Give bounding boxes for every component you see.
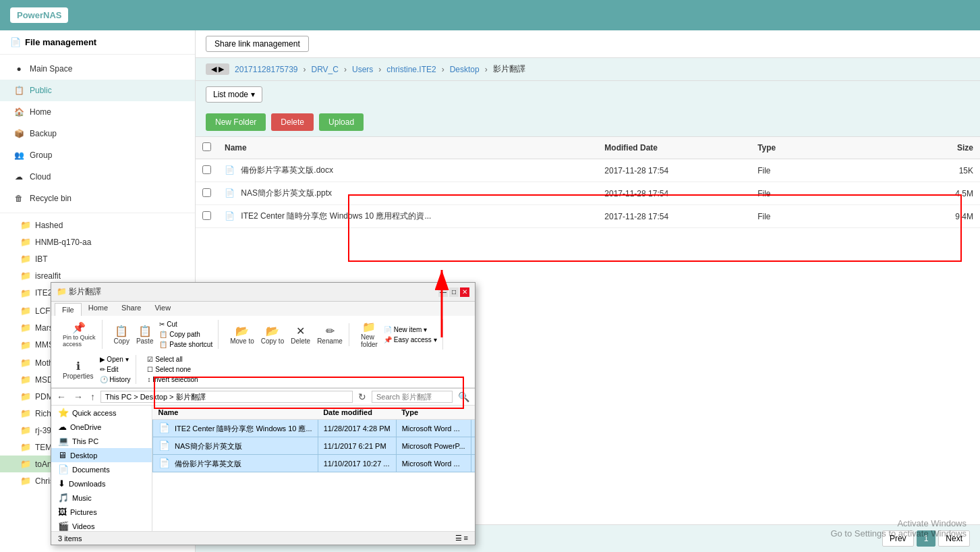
ribbon-tab-home[interactable]: Home bbox=[82, 302, 115, 316]
table-row[interactable]: 📄 ITE2 Center 隨時分享您 Windows 10 應用程式的資...… bbox=[196, 205, 980, 228]
downloads-icon: ⬇ bbox=[58, 478, 65, 489]
pin-to-quick-access-button[interactable]: 📌 Pin to Quickaccess bbox=[61, 320, 98, 349]
copy-to-button[interactable]: 📂 Copy to bbox=[259, 323, 286, 346]
up-button[interactable]: ↑ bbox=[88, 391, 97, 402]
new-folder-ribbon-button[interactable]: 📁 Newfolder bbox=[359, 319, 380, 350]
exp-file-name: 📄 NAS簡介影片英文版 bbox=[153, 437, 318, 455]
back-button[interactable]: ← bbox=[55, 391, 68, 402]
breadcrumb-sep-4: › bbox=[442, 65, 444, 74]
folder-hnmb[interactable]: 📁 HNMB-q170-aa bbox=[0, 233, 195, 250]
file-icon: 📄 bbox=[225, 165, 235, 175]
detail-view-icon[interactable]: ≡ bbox=[464, 534, 468, 542]
exp-file-date: 11/1/2017 6:21 PM bbox=[318, 437, 396, 455]
select-all-checkbox[interactable] bbox=[202, 142, 211, 151]
type-header[interactable]: Type bbox=[751, 137, 865, 159]
delete-button[interactable]: Delete bbox=[271, 113, 314, 131]
breadcrumb-christine[interactable]: christine.ITE2 bbox=[386, 65, 436, 74]
sidebar-item-label: Home bbox=[30, 107, 51, 117]
cut-button[interactable]: ✂ Cut bbox=[158, 320, 214, 329]
select-none-btn[interactable]: ☐ Select none bbox=[146, 365, 199, 374]
address-input[interactable] bbox=[100, 391, 353, 403]
exp-table-row[interactable]: 📄 備份影片字幕英文版 11/10/2017 10:27 ... Microso… bbox=[153, 455, 475, 472]
sidebar-item-recycle[interactable]: 🗑 Recycle bin bbox=[0, 188, 195, 209]
nav-desktop[interactable]: 🖥 Desktop bbox=[51, 448, 152, 462]
pin-label: Pin to Quickaccess bbox=[63, 334, 96, 348]
exp-type-header[interactable]: Type bbox=[396, 406, 471, 420]
sidebar-item-home[interactable]: 🏠 Home bbox=[0, 101, 195, 123]
open-button[interactable]: ▶ Open ▾ bbox=[98, 355, 132, 364]
content-header: Share link management bbox=[196, 30, 980, 58]
nav-music[interactable]: 🎵 Music bbox=[51, 491, 152, 505]
exp-table-row[interactable]: 📄 ITE2 Center 隨時分享您 Windows 10 應... 11/2… bbox=[153, 420, 475, 437]
folder-hashed[interactable]: 📁 Hashed bbox=[0, 217, 195, 233]
breadcrumb-sep-5: › bbox=[485, 65, 488, 74]
sidebar-item-public[interactable]: 📋 Public bbox=[0, 80, 195, 101]
maximize-button[interactable]: □ bbox=[449, 287, 459, 297]
move-to-button[interactable]: 📂 Move to bbox=[228, 323, 256, 346]
search-button[interactable]: 🔍 bbox=[456, 391, 471, 402]
explorer-ribbon: File Home Share View 📌 Pin to Quickacces… bbox=[51, 302, 475, 389]
music-icon: 🎵 bbox=[58, 493, 69, 503]
ribbon-group-organize: 📂 Move to 📂 Copy to ✕ Delete ✏ Rename bbox=[224, 323, 349, 346]
table-row[interactable]: 📄 備份影片字幕英文版.docx 2017-11-28 17:54 File 1… bbox=[196, 159, 980, 182]
new-folder-button[interactable]: New Folder bbox=[206, 113, 266, 131]
easy-access-button[interactable]: 📌 Easy access ▾ bbox=[382, 335, 438, 344]
breadcrumb-users[interactable]: Users bbox=[352, 65, 373, 74]
name-header[interactable]: Name bbox=[218, 137, 598, 159]
status-view-icons: ☰ ≡ bbox=[455, 534, 468, 543]
nav-pictures[interactable]: 🖼 Pictures bbox=[51, 505, 152, 519]
date-header[interactable]: Modified Date bbox=[598, 137, 751, 159]
breadcrumb-nav-button[interactable]: ◀ ▶ bbox=[206, 63, 229, 75]
nav-documents[interactable]: 📄 Documents bbox=[51, 462, 152, 476]
close-button[interactable]: ✕ bbox=[460, 287, 469, 297]
breadcrumb-id[interactable]: 20171128175739 bbox=[235, 65, 297, 74]
search-input[interactable] bbox=[372, 391, 453, 403]
exp-date-header[interactable]: Date modified bbox=[318, 406, 396, 420]
sidebar-item-main-space[interactable]: ● Main Space bbox=[0, 58, 195, 80]
row-checkbox[interactable] bbox=[202, 188, 211, 197]
nav-this-pc[interactable]: 💻 This PC bbox=[51, 434, 152, 448]
new-item-button[interactable]: 📄 New item ▾ bbox=[382, 325, 438, 334]
forward-button[interactable]: → bbox=[71, 391, 85, 402]
copy-button[interactable]: 📋 Copy bbox=[112, 323, 132, 346]
share-link-button[interactable]: Share link management bbox=[206, 36, 309, 52]
sidebar-item-backup[interactable]: 📦 Backup bbox=[0, 123, 195, 144]
folder-ibt[interactable]: 📁 IBT bbox=[0, 250, 195, 267]
list-view-icon[interactable]: ☰ bbox=[455, 534, 462, 542]
paste-shortcut-button[interactable]: 📋 Paste shortcut bbox=[158, 340, 214, 349]
exp-name-header[interactable]: Name bbox=[153, 406, 318, 420]
breadcrumb-drvc[interactable]: DRV_C bbox=[312, 65, 339, 74]
refresh-button[interactable]: ↻ bbox=[356, 391, 368, 402]
sidebar-item-cloud[interactable]: ☁ Cloud bbox=[0, 166, 195, 188]
minimize-button[interactable]: — bbox=[438, 287, 448, 297]
history-button[interactable]: 🕐 History bbox=[98, 375, 132, 384]
row-checkbox[interactable] bbox=[202, 165, 211, 174]
nav-quick-access[interactable]: ⭐ Quick access bbox=[51, 406, 152, 420]
rename-button[interactable]: ✏ Rename bbox=[315, 323, 345, 346]
sidebar-item-label: Cloud bbox=[30, 172, 51, 182]
view-mode-button[interactable]: List mode ▾ bbox=[206, 86, 262, 103]
select-all-btn[interactable]: ☑ Select all bbox=[146, 355, 199, 364]
size-header[interactable]: Size bbox=[865, 137, 980, 159]
nav-onedrive[interactable]: ☁ OneDrive bbox=[51, 420, 152, 434]
row-checkbox[interactable] bbox=[202, 211, 211, 220]
rename-icon: ✏ bbox=[326, 325, 335, 337]
delete-organize-button[interactable]: ✕ Delete bbox=[289, 323, 312, 346]
ribbon-tab-file[interactable]: File bbox=[55, 303, 82, 316]
sidebar-item-group[interactable]: 👥 Group bbox=[0, 144, 195, 166]
copy-path-button[interactable]: 📋 Copy path bbox=[158, 330, 214, 339]
table-row[interactable]: 📄 NAS簡介影片英文版.pptx 2017-11-28 17:54 File … bbox=[196, 182, 980, 205]
nav-videos[interactable]: 🎬 Videos bbox=[51, 519, 152, 531]
upload-button[interactable]: Upload bbox=[319, 113, 364, 131]
properties-button[interactable]: ℹ Properties bbox=[61, 358, 96, 381]
invert-selection-btn[interactable]: ↕ Invert selection bbox=[146, 375, 199, 384]
ribbon-tab-share[interactable]: Share bbox=[115, 302, 148, 316]
nav-downloads[interactable]: ⬇ Downloads bbox=[51, 476, 152, 491]
exp-table-row[interactable]: 📄 NAS簡介影片英文版 11/1/2017 6:21 PM Microsoft… bbox=[153, 437, 475, 455]
move-label: Move to bbox=[230, 337, 254, 345]
exp-size-header[interactable]: Size bbox=[471, 406, 475, 420]
ribbon-tab-view[interactable]: View bbox=[148, 302, 177, 316]
breadcrumb-desktop[interactable]: Desktop bbox=[450, 65, 480, 74]
edit-button[interactable]: ✏ Edit bbox=[98, 365, 132, 374]
paste-button[interactable]: 📋 Paste bbox=[134, 323, 156, 346]
